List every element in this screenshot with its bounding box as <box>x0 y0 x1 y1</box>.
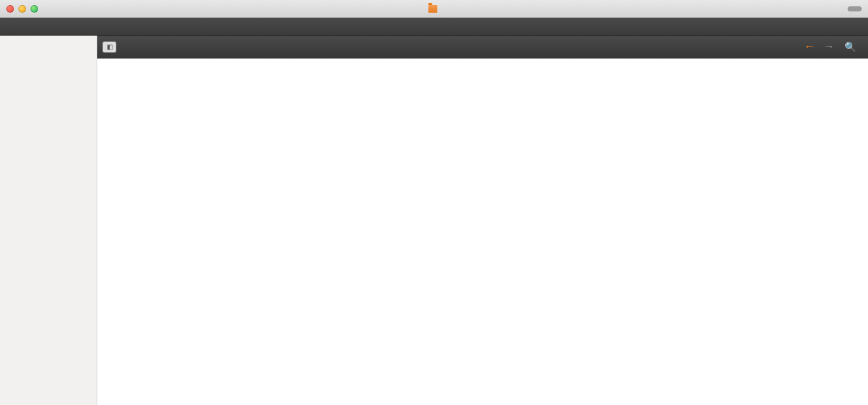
file-grid <box>97 58 868 405</box>
folder-icon <box>428 5 437 13</box>
menubar <box>0 18 868 36</box>
maximize-button[interactable] <box>31 5 38 13</box>
window-controls <box>0 5 38 13</box>
pathbar: ◧ ← → 🔍 <box>97 36 868 58</box>
search-icon[interactable]: 🔍 <box>838 41 859 53</box>
minimize-button[interactable] <box>18 5 26 13</box>
window-resize-handle[interactable] <box>848 6 862 11</box>
close-button[interactable] <box>6 5 14 13</box>
device-icon[interactable]: ◧ <box>102 41 116 53</box>
sidebar <box>0 36 97 405</box>
window-title <box>428 5 440 13</box>
titlebar <box>0 0 868 18</box>
nav-back-button[interactable]: ← <box>800 40 819 53</box>
nav-forward-button[interactable]: → <box>819 40 838 53</box>
main-panel: ◧ ← → 🔍 <box>97 36 868 405</box>
